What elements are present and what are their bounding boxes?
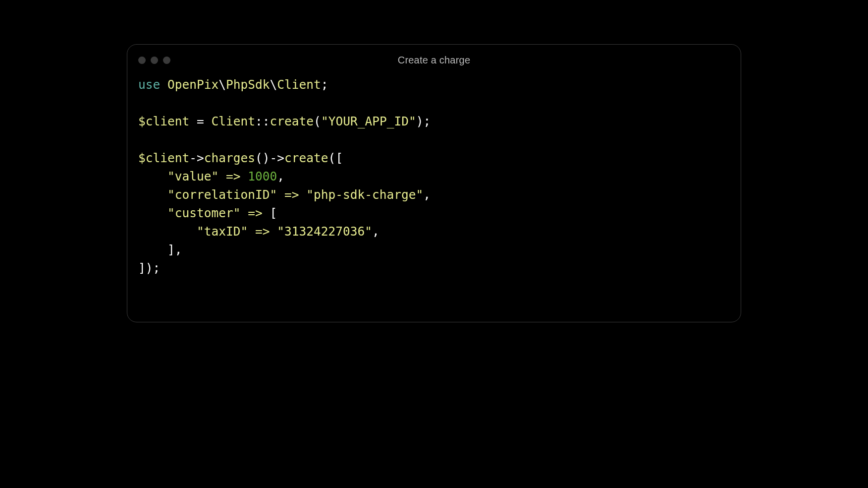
code-window: Create a charge use OpenPix\PhpSdk\Clien…: [127, 44, 741, 322]
window-dot-1: [138, 57, 146, 64]
tok-fatarrow: =>: [255, 224, 270, 239]
tok-str-appid: "YOUR_APP_ID": [321, 114, 416, 128]
window-titlebar: Create a charge: [127, 45, 741, 75]
tok-lparen: (: [314, 114, 321, 128]
tok-str-correlationid-val: "php-sdk-charge": [306, 187, 423, 202]
tok-backslash: \: [218, 77, 226, 92]
tok-comma: ,: [277, 169, 284, 183]
tok-lparen: (: [328, 151, 336, 165]
code-block: use OpenPix\PhpSdk\Client; $client = Cli…: [127, 75, 741, 277]
tok-keyword-use: use: [138, 77, 160, 92]
tok-fatarrow: =>: [284, 187, 299, 202]
tok-arrow: ->: [270, 151, 285, 165]
tok-lparen: (: [255, 151, 263, 165]
tok-rbracket: ]: [167, 243, 175, 257]
tok-var-client: $client: [138, 114, 189, 128]
tok-comma: ,: [372, 224, 380, 239]
tok-rparen: ): [146, 261, 153, 275]
window-dot-2: [151, 57, 158, 64]
tok-lbracket: [: [335, 151, 343, 165]
tok-class-client: Client: [212, 114, 256, 128]
tok-fn-create: create: [284, 151, 328, 165]
tok-str-taxid-val: "31324227036": [277, 224, 372, 239]
tok-str-value: "value": [167, 169, 218, 183]
tok-str-customer: "customer": [167, 206, 241, 220]
tok-fatarrow: =>: [248, 206, 263, 220]
tok-fn-charges: charges: [204, 151, 255, 165]
traffic-lights: [138, 57, 170, 64]
tok-arrow: ->: [189, 151, 204, 165]
tok-fatarrow: =>: [226, 169, 241, 183]
tok-num-1000: 1000: [248, 169, 277, 183]
tok-semi: ;: [153, 261, 161, 275]
tok-eq: =: [197, 114, 204, 128]
window-title: Create a charge: [127, 55, 741, 66]
tok-str-taxid: "taxID": [197, 224, 248, 239]
tok-ns-phpsdk: PhpSdk: [226, 77, 270, 92]
tok-ns-openpix: OpenPix: [167, 77, 218, 92]
tok-str-correlationid: "correlationID": [167, 187, 277, 202]
tok-semi: ;: [423, 114, 431, 128]
tok-backslash: \: [270, 77, 277, 92]
tok-semi: ;: [321, 77, 328, 92]
tok-rbracket: ]: [138, 261, 146, 275]
tok-comma: ,: [423, 187, 431, 202]
window-dot-3: [163, 57, 170, 64]
tok-rparen: ): [263, 151, 270, 165]
tok-rparen: ): [416, 114, 424, 128]
tok-dcolon: ::: [255, 114, 270, 128]
tok-lbracket: [: [270, 206, 277, 220]
tok-var-client: $client: [138, 151, 189, 165]
tok-fn-create: create: [270, 114, 314, 128]
tok-comma: ,: [175, 243, 182, 257]
tok-ns-client: Client: [277, 77, 321, 92]
